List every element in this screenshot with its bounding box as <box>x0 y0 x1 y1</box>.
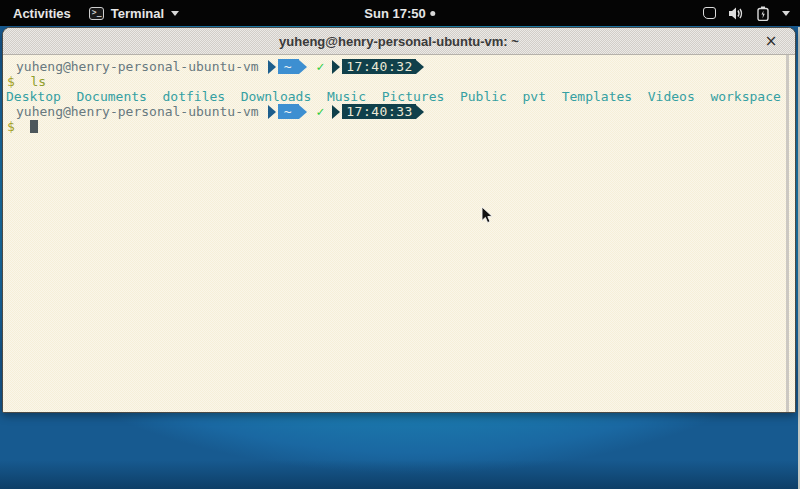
directory-name: Desktop <box>6 89 61 104</box>
input-line[interactable]: $ <box>3 119 795 134</box>
activities-button[interactable]: Activities <box>13 6 71 21</box>
clock-button[interactable]: Sun 17:50 <box>364 0 435 26</box>
checkmark-icon: ✓ <box>316 59 324 74</box>
directory-name: Documents <box>76 89 146 104</box>
directory-name: Downloads <box>241 89 311 104</box>
command-line: $ ls <box>3 74 795 89</box>
app-menu[interactable]: >_ Terminal <box>89 6 179 21</box>
window-title: yuheng@henry-personal-ubuntu-vm: ~ <box>279 34 519 49</box>
terminal-window: yuheng@henry-personal-ubuntu-vm: ~ × yuh… <box>2 27 796 413</box>
directory-name: Videos <box>648 89 695 104</box>
powerline-segments: ~ ✓ 17:40:32 <box>268 59 424 74</box>
prompt-symbol: $ <box>7 119 15 134</box>
ls-output: Desktop Documents dotfiles Downloads Mus… <box>3 89 795 104</box>
chevron-down-icon <box>782 11 790 16</box>
terminal-app-icon: >_ <box>89 7 104 20</box>
powerline-segments: ~ ✓ 17:40:33 <box>268 104 424 119</box>
battery-icon <box>757 6 769 21</box>
scrollbar[interactable] <box>786 55 789 413</box>
prompt-line: yuheng@henry-personal-ubuntu-vm ~ ✓ 17:4… <box>3 59 795 74</box>
powerline-arrow-icon <box>299 105 307 119</box>
directory-name: Music <box>327 89 366 104</box>
powerline-arrow-icon <box>268 60 276 74</box>
directory-name: Templates <box>562 89 632 104</box>
display-icon <box>703 7 716 19</box>
window-titlebar[interactable]: yuheng@henry-personal-ubuntu-vm: ~ × <box>3 28 795 55</box>
prompt-line: yuheng@henry-personal-ubuntu-vm ~ ✓ 17:4… <box>3 104 795 119</box>
powerline-arrow-icon <box>416 60 424 74</box>
powerline-arrow-icon <box>416 105 424 119</box>
directory-name: pvt <box>523 89 546 104</box>
clock-label: Sun 17:50 <box>364 6 425 21</box>
text-cursor <box>30 120 38 133</box>
top-bar: Activities >_ Terminal Sun 17:50 <box>0 0 800 26</box>
terminal-content[interactable]: yuheng@henry-personal-ubuntu-vm ~ ✓ 17:4… <box>3 55 795 413</box>
desktop: Activities >_ Terminal Sun 17:50 <box>0 0 800 489</box>
app-menu-label: Terminal <box>111 6 164 21</box>
system-status-area[interactable] <box>703 0 790 26</box>
prompt-path-segment: ~ <box>278 59 300 74</box>
prompt-time-segment: 17:40:32 <box>342 59 416 74</box>
directory-name: Pictures <box>382 89 445 104</box>
prompt-symbol: $ <box>7 74 15 89</box>
powerline-arrow-icon <box>268 105 276 119</box>
close-button[interactable]: × <box>761 28 781 54</box>
checkmark-icon: ✓ <box>316 104 324 119</box>
prompt-time-segment: 17:40:33 <box>342 104 416 119</box>
directory-name: dotfiles <box>163 89 226 104</box>
directory-name: Public <box>460 89 507 104</box>
directory-name: workspace <box>710 89 780 104</box>
mouse-pointer-icon <box>481 206 493 224</box>
command-text: ls <box>30 74 46 89</box>
prompt-path-segment: ~ <box>278 104 300 119</box>
prompt-user: yuheng@henry-personal-ubuntu-vm <box>16 104 259 119</box>
chevron-down-icon <box>171 11 179 16</box>
notification-dot-icon <box>431 11 436 16</box>
powerline-arrow-icon <box>332 60 340 74</box>
prompt-user: yuheng@henry-personal-ubuntu-vm <box>16 59 259 74</box>
powerline-arrow-icon <box>332 105 340 119</box>
powerline-arrow-icon <box>299 60 307 74</box>
volume-icon <box>729 7 744 20</box>
